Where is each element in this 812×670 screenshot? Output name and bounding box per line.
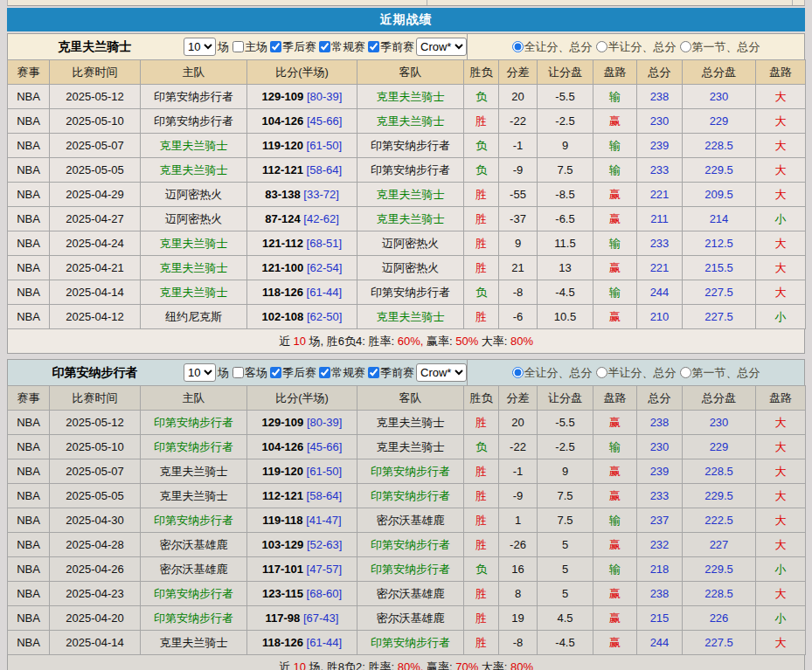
home-team-name: 迈阿密热火 xyxy=(165,212,222,225)
half-score: [67-43] xyxy=(303,611,338,625)
spread-cell: -5.5 xyxy=(538,85,593,109)
column-header: 比赛时间 xyxy=(50,386,141,411)
games-count-select[interactable]: 10 xyxy=(184,38,216,56)
regular-season-checkbox[interactable] xyxy=(319,367,330,378)
score-cell: 117-101 [47-57] xyxy=(247,557,357,582)
half-score: [62-50] xyxy=(307,310,342,323)
half-handicap-total-radio[interactable] xyxy=(596,41,607,52)
full-handicap-total-radio[interactable] xyxy=(512,41,524,52)
home-team-cell: 克里夫兰骑士 xyxy=(141,459,247,484)
half-score: [68-51] xyxy=(307,237,342,250)
home-team-name: 纽约尼克斯 xyxy=(165,310,222,323)
total-points-cell: 230 xyxy=(637,109,683,134)
league-cell: NBA xyxy=(8,305,50,329)
regular-season-checkbox-label: 常规赛 xyxy=(316,39,365,55)
spread-cell: -5.5 xyxy=(538,411,593,435)
first-quarter-total-radio[interactable] xyxy=(680,367,691,378)
playoffs-checkbox[interactable] xyxy=(270,367,281,378)
league-cell: NBA xyxy=(8,459,50,484)
point-diff-cell: -55 xyxy=(499,183,538,207)
date-cell: 2025-04-29 xyxy=(50,183,141,207)
away-team-cell: 密尔沃基雄鹿 xyxy=(357,606,464,631)
over-under-cell: 大 xyxy=(756,411,806,435)
result-cell: 胜 xyxy=(464,207,499,231)
full-score: 123-115 xyxy=(262,587,303,600)
first-quarter-total-radio[interactable] xyxy=(680,41,691,52)
home-team-name: 克里夫兰骑士 xyxy=(160,489,228,502)
venue-label-text: 主场 xyxy=(245,39,267,55)
summary-segment: 70% xyxy=(455,660,478,670)
full-score: 103-129 xyxy=(262,538,304,551)
away-team-name: 印第安纳步行者 xyxy=(371,286,450,299)
spread-cell: -2.5 xyxy=(538,435,593,459)
total-points-cell: 244 xyxy=(637,631,683,655)
venue-checkbox[interactable] xyxy=(232,367,244,378)
result-cell: 负 xyxy=(464,158,499,183)
date-cell: 2025-04-30 xyxy=(50,508,141,533)
score-cell: 102-108 [62-50] xyxy=(247,305,357,329)
score-cell: 119-120 [61-50] xyxy=(247,459,357,484)
result-cell: 负 xyxy=(464,280,499,305)
half-score: [58-64] xyxy=(307,163,342,176)
away-team-name: 克里夫兰骑士 xyxy=(377,114,445,128)
score-cell: 112-121 [58-64] xyxy=(247,484,357,508)
home-team-name: 克里夫兰骑士 xyxy=(160,286,228,299)
date-cell: 2025-04-23 xyxy=(50,582,141,606)
preseason-checkbox[interactable] xyxy=(368,41,379,52)
home-team-cell: 密尔沃基雄鹿 xyxy=(141,533,247,557)
league-cell: NBA xyxy=(8,533,50,557)
away-team-name: 克里夫兰骑士 xyxy=(377,440,445,453)
home-team-name: 克里夫兰骑士 xyxy=(160,139,228,152)
team-name: 克里夫兰骑士 xyxy=(8,39,182,55)
league-cell: NBA xyxy=(8,183,50,207)
league-cell: NBA xyxy=(8,231,50,256)
column-header: 让分盘 xyxy=(538,386,593,411)
venue-checkbox[interactable] xyxy=(232,41,244,52)
column-header: 赛事 xyxy=(8,386,50,411)
total-points-cell: 239 xyxy=(637,134,683,158)
odds-company-select[interactable]: Crow* xyxy=(416,363,467,382)
full-handicap-total-radio[interactable] xyxy=(512,367,524,378)
radio-label-text: 半让分、总分 xyxy=(608,365,677,381)
away-team-cell: 迈阿密热火 xyxy=(357,256,464,280)
spread-result-cell: 输 xyxy=(593,557,637,582)
score-cell: 129-109 [80-39] xyxy=(247,85,357,109)
score-cell: 119-118 [41-47] xyxy=(247,508,357,533)
spread-result-cell: 赢 xyxy=(593,305,637,329)
away-team-name: 克里夫兰骑士 xyxy=(377,310,445,323)
game-row: NBA2025-04-26密尔沃基雄鹿117-101 [47-57]印第安纳步行… xyxy=(8,557,806,582)
league-cell: NBA xyxy=(8,85,50,109)
half-handicap-total-radio-label: 半让分、总分 xyxy=(594,39,677,55)
result-cell: 胜 xyxy=(464,459,499,484)
league-cell: NBA xyxy=(8,606,50,631)
half-handicap-total-radio[interactable] xyxy=(596,367,607,378)
home-team-cell: 克里夫兰骑士 xyxy=(141,231,247,256)
playoffs-checkbox[interactable] xyxy=(270,41,281,52)
total-points-cell: 211 xyxy=(637,207,683,231)
total-points-cell: 237 xyxy=(637,508,683,533)
column-header: 赛事 xyxy=(8,60,50,85)
game-row: NBA2025-04-23印第安纳步行者123-115 [68-60]密尔沃基雄… xyxy=(8,582,806,606)
preseason-checkbox[interactable] xyxy=(368,367,379,378)
over-under-cell: 大 xyxy=(756,508,806,533)
half-score: [58-64] xyxy=(307,489,342,502)
total-line-cell: 228.5 xyxy=(683,134,756,158)
game-row: NBA2025-05-07克里夫兰骑士119-120 [61-50]印第安纳步行… xyxy=(8,459,806,484)
point-diff-cell: 8 xyxy=(499,582,538,606)
total-points-cell: 233 xyxy=(637,484,683,508)
away-team-cell: 印第安纳步行者 xyxy=(357,134,464,158)
league-cell: NBA xyxy=(8,557,50,582)
total-line-cell: 227 xyxy=(683,533,756,557)
score-cell: 118-126 [61-44] xyxy=(247,280,357,305)
game-row: NBA2025-04-12纽约尼克斯102-108 [62-50]克里夫兰骑士胜… xyxy=(8,305,806,329)
column-header: 比分(半场) xyxy=(247,60,357,85)
first-quarter-total-radio-label: 第一节、总分 xyxy=(678,39,760,55)
home-team-name: 印第安纳步行者 xyxy=(154,440,233,453)
total-line-cell: 229.5 xyxy=(683,557,756,582)
regular-season-checkbox[interactable] xyxy=(319,41,330,52)
odds-company-select[interactable]: Crow* xyxy=(416,38,467,56)
home-team-name: 印第安纳步行者 xyxy=(154,514,233,527)
full-score: 104-126 xyxy=(262,440,304,453)
away-team-cell: 印第安纳步行者 xyxy=(357,484,464,508)
games-count-select[interactable]: 10 xyxy=(184,363,216,382)
